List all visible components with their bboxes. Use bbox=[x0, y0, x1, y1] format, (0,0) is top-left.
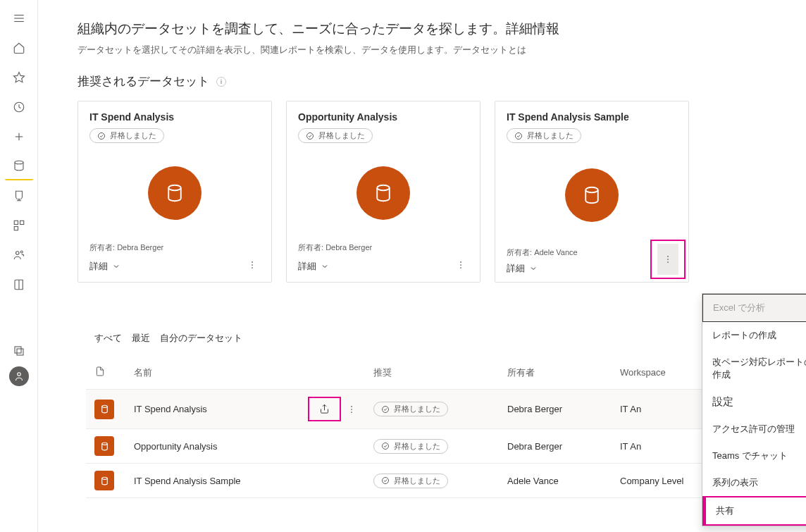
more-options-highlight bbox=[650, 240, 686, 279]
svg-point-11 bbox=[16, 252, 19, 255]
nav-favorites-icon[interactable] bbox=[5, 63, 33, 92]
card-title: Opportunity Analysis bbox=[298, 111, 469, 123]
page-subtitle: データセットを選択してその詳細を表示し、関連レポートを検索し、データを使用します… bbox=[78, 44, 781, 56]
svg-point-19 bbox=[252, 261, 253, 263]
nav-my-workspace-icon[interactable] bbox=[9, 366, 29, 386]
svg-rect-8 bbox=[14, 221, 18, 224]
svg-point-23 bbox=[377, 185, 390, 190]
svg-point-17 bbox=[99, 132, 105, 139]
nav-home-icon[interactable] bbox=[5, 34, 33, 62]
svg-point-27 bbox=[516, 132, 522, 139]
column-name[interactable]: 名前 bbox=[125, 356, 365, 390]
nav-goals-icon[interactable] bbox=[5, 182, 33, 210]
dataset-row-icon bbox=[94, 471, 114, 490]
share-action-highlight[interactable] bbox=[308, 397, 341, 421]
card-owner: 所有者: Debra Berger bbox=[298, 242, 469, 253]
menu-teams-chat[interactable]: Teams でチャット bbox=[702, 443, 806, 469]
svg-point-26 bbox=[460, 267, 461, 268]
nav-create-icon[interactable] bbox=[5, 123, 33, 151]
svg-rect-14 bbox=[15, 347, 21, 353]
row-owner: Adele Vance bbox=[499, 464, 612, 498]
nav-learn-icon[interactable] bbox=[5, 271, 33, 299]
table-row[interactable]: IT Spend Analysis 昇格しました Debra Berge bbox=[86, 390, 772, 429]
row-owner: Debra Berger bbox=[499, 390, 612, 429]
details-link[interactable]: 詳細 bbox=[89, 260, 120, 273]
svg-point-36 bbox=[351, 412, 352, 413]
row-name: IT Spend Analysis bbox=[134, 404, 207, 414]
more-options-icon[interactable] bbox=[453, 257, 469, 275]
menu-create-report[interactable]: レポートの作成 bbox=[702, 322, 806, 349]
svg-point-20 bbox=[252, 264, 253, 266]
details-link[interactable]: 詳細 bbox=[298, 260, 329, 273]
context-menu: Excel で分析 レポートの作成 改ページ対応レポートの作成 設定 アクセス許… bbox=[702, 293, 806, 526]
nav-menu-icon[interactable] bbox=[5, 4, 33, 32]
svg-point-41 bbox=[383, 478, 389, 484]
recommended-cards: IT Spend Analysis 昇格しました 所有者: Debra Berg… bbox=[78, 101, 781, 283]
row-owner: Debra Berger bbox=[499, 429, 612, 464]
svg-rect-15 bbox=[17, 349, 23, 355]
info-icon[interactable]: i bbox=[216, 77, 226, 87]
tab-recent[interactable]: 最近 bbox=[132, 332, 150, 349]
svg-rect-10 bbox=[14, 227, 18, 230]
promoted-badge: 昇格しました bbox=[89, 128, 164, 143]
svg-point-16 bbox=[17, 373, 20, 376]
table-row[interactable]: IT Spend Analysis Sample 昇格しました Adele Va… bbox=[86, 464, 772, 498]
svg-point-31 bbox=[667, 261, 669, 263]
column-recommend[interactable]: 推奨 bbox=[365, 356, 499, 390]
nav-datasets-icon[interactable] bbox=[5, 152, 33, 180]
dataset-card[interactable]: IT Spend Analysis Sample 昇格しました 所有者: Ade… bbox=[495, 101, 689, 283]
menu-share[interactable]: 共有 bbox=[702, 496, 806, 526]
column-owner[interactable]: 所有者 bbox=[499, 356, 612, 390]
table-row[interactable]: Opportunity Analysis 昇格しました Debra Berger… bbox=[86, 429, 772, 464]
promoted-badge: 昇格しました bbox=[373, 402, 448, 416]
more-options-icon[interactable] bbox=[244, 257, 260, 275]
nav-recent-icon[interactable] bbox=[5, 93, 33, 121]
svg-point-37 bbox=[383, 406, 389, 412]
dataset-card[interactable]: Opportunity Analysis 昇格しました 所有者: Debra B… bbox=[286, 101, 480, 283]
menu-create-paginated[interactable]: 改ページ対応レポートの作成 bbox=[702, 349, 806, 388]
row-name: IT Spend Analysis Sample bbox=[125, 464, 365, 498]
left-nav bbox=[0, 0, 38, 532]
svg-point-34 bbox=[351, 406, 352, 407]
dataset-icon bbox=[148, 166, 202, 220]
row-name: Opportunity Analysis bbox=[125, 429, 365, 464]
more-options-button[interactable] bbox=[657, 244, 678, 275]
tab-my-datasets[interactable]: 自分のデータセット bbox=[160, 332, 242, 349]
menu-manage-permissions[interactable]: アクセス許可の管理 bbox=[702, 416, 806, 443]
menu-settings[interactable]: 設定 bbox=[702, 388, 806, 416]
menu-view-lineage[interactable]: 系列の表示 bbox=[702, 469, 806, 496]
nav-apps-icon[interactable] bbox=[5, 211, 33, 240]
svg-point-7 bbox=[15, 161, 23, 164]
dataset-tabs: すべて 最近 自分のデータセット bbox=[78, 332, 781, 356]
recommended-label: 推奨されるデータセット bbox=[78, 73, 209, 89]
column-icon bbox=[86, 356, 125, 390]
svg-point-32 bbox=[101, 405, 107, 407]
details-link[interactable]: 詳細 bbox=[507, 262, 538, 275]
recommended-section-header: 推奨されるデータセット i bbox=[78, 73, 781, 89]
svg-rect-9 bbox=[20, 221, 23, 224]
page-title: 組織内のデータセットを調査して、ニーズに合ったデータを探します。詳細情報 bbox=[78, 20, 781, 38]
row-more-icon[interactable] bbox=[347, 404, 356, 414]
svg-point-40 bbox=[101, 477, 107, 479]
dataset-row-icon bbox=[94, 400, 114, 419]
svg-point-24 bbox=[460, 261, 461, 263]
promoted-badge: 昇格しました bbox=[373, 439, 448, 454]
nav-workspaces-icon[interactable] bbox=[5, 337, 33, 365]
tab-all[interactable]: すべて bbox=[94, 332, 122, 349]
nav-shared-icon[interactable] bbox=[5, 241, 33, 269]
dataset-card[interactable]: IT Spend Analysis 昇格しました 所有者: Debra Berg… bbox=[78, 101, 272, 283]
promoted-badge: 昇格しました bbox=[373, 474, 448, 488]
svg-point-12 bbox=[20, 251, 23, 253]
svg-point-18 bbox=[168, 185, 181, 190]
dataset-icon bbox=[565, 168, 619, 222]
card-owner: 所有者: Debra Berger bbox=[89, 242, 260, 253]
svg-point-38 bbox=[101, 443, 107, 445]
promoted-badge: 昇格しました bbox=[507, 128, 581, 143]
svg-point-28 bbox=[585, 187, 598, 193]
promoted-badge: 昇格しました bbox=[298, 128, 373, 143]
svg-point-35 bbox=[351, 409, 352, 410]
menu-analyze-excel[interactable]: Excel で分析 bbox=[702, 294, 806, 322]
svg-point-39 bbox=[383, 443, 389, 450]
datasets-table: 名前 推奨 所有者 Workspace IT Spend Analysis bbox=[78, 356, 781, 498]
share-icon bbox=[319, 404, 330, 414]
